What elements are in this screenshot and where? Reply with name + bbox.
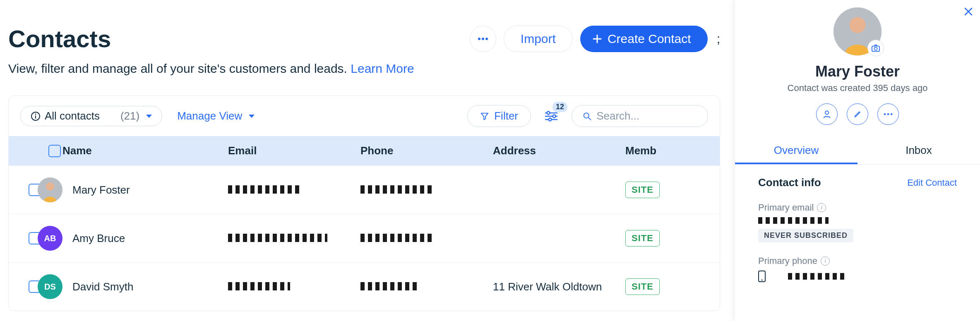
ellipsis-icon [884, 113, 893, 115]
close-icon [964, 7, 973, 16]
tab-overview[interactable]: Overview [735, 138, 858, 164]
view-count: (21) [120, 110, 139, 122]
columns-settings-button[interactable]: 12 [541, 106, 562, 127]
view-profile-button[interactable] [816, 103, 838, 125]
col-phone: Phone [360, 144, 493, 157]
subscription-status-tag: NEVER SUBSCRIBED [758, 229, 853, 242]
svg-point-23 [891, 113, 893, 115]
import-button[interactable]: Import [504, 26, 573, 52]
phone-icon [758, 271, 766, 282]
svg-point-20 [825, 111, 829, 114]
svg-point-9 [553, 115, 556, 117]
search-input[interactable] [596, 110, 697, 122]
page-title: Contacts [8, 25, 111, 53]
redacted-email [758, 217, 829, 224]
edit-contact-link[interactable]: Edit Contact [907, 177, 957, 188]
redacted-phone [360, 282, 418, 290]
col-email: Email [228, 144, 360, 157]
contact-panel: Mary Foster Contact was created 395 days… [735, 0, 980, 321]
trailing-text: ; [717, 32, 720, 46]
member-badge: SITE [625, 182, 660, 198]
svg-point-15 [46, 182, 54, 191]
svg-point-25 [761, 279, 762, 280]
ellipsis-icon [478, 37, 488, 41]
svg-point-7 [547, 111, 550, 114]
page-subtitle: View, filter and manage all of your site… [8, 62, 720, 76]
chevron-down-icon [146, 115, 152, 118]
create-contact-button[interactable]: Create Contact [580, 26, 708, 52]
camera-icon [871, 44, 880, 52]
more-actions-button[interactable] [470, 26, 496, 52]
redacted-phone [360, 234, 435, 242]
member-badge: SITE [625, 230, 660, 247]
contact-info-heading: Contact info [758, 176, 821, 189]
chevron-down-icon [249, 115, 255, 118]
redacted-email [228, 282, 290, 290]
tab-inbox[interactable]: Inbox [858, 138, 980, 164]
info-icon: i [817, 203, 826, 212]
row-name: Mary Foster [72, 184, 130, 196]
col-name: Name [62, 144, 228, 157]
manage-view-link[interactable]: Manage View [177, 110, 255, 122]
svg-point-11 [549, 118, 552, 121]
redacted-email [228, 234, 327, 242]
svg-rect-4 [35, 115, 36, 119]
panel-more-button[interactable] [877, 103, 899, 125]
avatar: AB [38, 226, 62, 251]
member-badge: SITE [625, 278, 660, 295]
row-address: 11 River Walk Oldtown [493, 280, 625, 293]
create-contact-label: Create Contact [608, 32, 691, 46]
sliders-icon [545, 111, 557, 122]
table-row[interactable]: AB Amy Bruce SITE [9, 214, 720, 262]
plus-icon [593, 34, 602, 43]
table-row[interactable]: DS David Smyth 11 River Walk Oldtown SIT… [9, 262, 720, 311]
select-all-checkbox[interactable] [48, 145, 61, 157]
col-address: Address [493, 144, 625, 157]
col-member: Memb [625, 144, 720, 157]
svg-point-0 [478, 38, 480, 40]
search-icon [583, 111, 591, 121]
redacted-phone [788, 273, 846, 280]
table-row[interactable]: Mary Foster SITE [9, 165, 720, 214]
primary-email-label: Primary email i [758, 202, 957, 213]
redacted-email [228, 185, 303, 194]
avatar [38, 177, 62, 202]
search-box[interactable] [572, 105, 708, 127]
filter-button[interactable]: Filter [467, 105, 531, 127]
svg-point-19 [874, 47, 877, 50]
pencil-icon [853, 110, 862, 118]
panel-subtitle: Contact was created 395 days ago [735, 83, 980, 93]
primary-phone-label: Primary phone i [758, 256, 957, 266]
columns-count-badge: 12 [552, 102, 567, 112]
avatar: DS [38, 274, 62, 299]
row-name: David Smyth [72, 280, 133, 293]
row-name: Amy Bruce [72, 232, 125, 245]
svg-point-21 [884, 113, 886, 115]
svg-point-2 [485, 38, 488, 40]
svg-point-17 [850, 17, 866, 33]
change-photo-button[interactable] [867, 40, 884, 56]
view-selector[interactable]: All contacts (21) [20, 106, 162, 126]
table-header: Name Email Phone Address Memb [9, 136, 720, 165]
redacted-phone [360, 185, 435, 194]
view-label: All contacts [45, 110, 100, 122]
panel-contact-name: Mary Foster [735, 63, 980, 80]
learn-more-link[interactable]: Learn More [351, 62, 414, 75]
svg-point-22 [887, 113, 889, 115]
info-icon [31, 111, 41, 121]
svg-point-12 [584, 113, 589, 118]
info-icon: i [821, 256, 830, 266]
edit-button[interactable] [847, 103, 868, 125]
svg-line-13 [588, 117, 591, 120]
user-icon [822, 110, 831, 119]
person-icon [38, 177, 62, 202]
svg-point-5 [35, 113, 36, 115]
funnel-icon [480, 112, 489, 121]
close-panel-button[interactable] [961, 4, 976, 19]
svg-point-1 [482, 38, 484, 40]
